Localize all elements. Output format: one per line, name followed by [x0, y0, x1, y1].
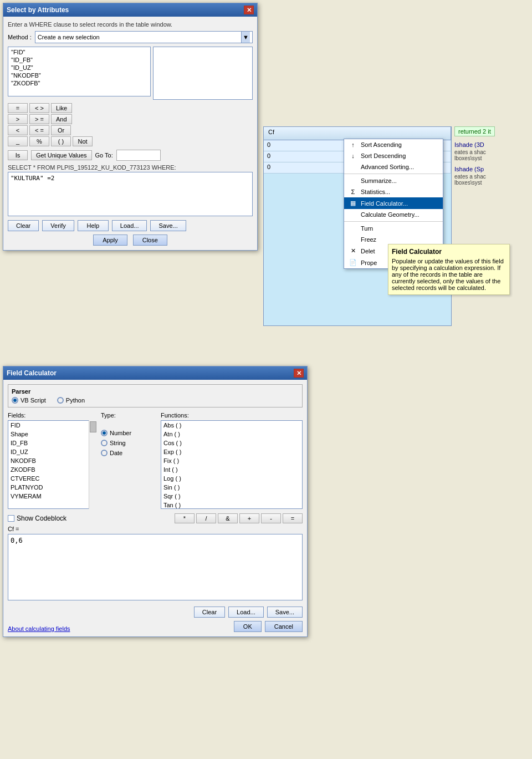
context-statistics[interactable]: Σ Statistics...: [344, 186, 443, 197]
sba-clear-button[interactable]: Clear: [8, 220, 39, 231]
parser-python-radio[interactable]: [57, 397, 64, 404]
func-cos[interactable]: Cos ( ): [161, 439, 302, 447]
context-advanced-sorting[interactable]: Advanced Sorting...: [344, 161, 443, 172]
context-field-calculator[interactable]: ▦ Field Calculator...: [344, 197, 443, 209]
fc-clear-button[interactable]: Clear: [194, 607, 225, 618]
fc-field-fid[interactable]: FID: [8, 421, 88, 430]
func-exp[interactable]: Exp ( ): [161, 447, 302, 456]
sba-apply-button[interactable]: Apply: [93, 235, 127, 246]
op-lte-button[interactable]: < =: [29, 125, 49, 135]
func-abs[interactable]: Abs ( ): [161, 421, 302, 430]
sba-method-dropdown[interactable]: Create a new selection ▼: [35, 31, 253, 43]
fc-functions-list[interactable]: Abs ( ) Atn ( ) Cos ( ) Exp ( ) Fix ( ) …: [161, 420, 303, 509]
func-atn[interactable]: Atn ( ): [161, 430, 302, 439]
fc-save-load-row: Clear Load... Save...: [194, 607, 303, 618]
fc-op-multiply[interactable]: *: [175, 513, 195, 523]
context-sort-descending[interactable]: ↓ Sort Descending: [344, 150, 443, 161]
sba-title: Select by Attributes: [7, 6, 69, 14]
fc-field-shape[interactable]: Shape: [8, 430, 88, 439]
type-number-option[interactable]: Number: [101, 430, 156, 436]
show-codeblock-checkbox[interactable]: [8, 515, 14, 522]
context-summarize[interactable]: Summarize...: [344, 175, 443, 186]
context-turn[interactable]: Turn: [344, 223, 443, 234]
op-eq-button[interactable]: =: [8, 103, 28, 113]
fc-field-zkodfb[interactable]: ZKODFB: [8, 465, 88, 474]
sba-method-arrow[interactable]: ▼: [241, 32, 250, 43]
type-number-radio[interactable]: [101, 430, 108, 436]
fields-scrollbar[interactable]: [89, 420, 96, 509]
op-ne-button[interactable]: < >: [29, 103, 49, 113]
op-gt-button[interactable]: >: [8, 114, 28, 124]
op-underscore-button[interactable]: _: [8, 136, 28, 146]
sba-save-button[interactable]: Save...: [150, 220, 186, 231]
fc-field-id-uz[interactable]: ID_UZ: [8, 447, 88, 456]
parser-vbscript-radio[interactable]: [12, 397, 18, 404]
sba-field-item[interactable]: "NKODFB": [9, 72, 149, 79]
fc-about-link[interactable]: About calculating fields: [8, 625, 70, 632]
fc-expression-textarea[interactable]: 0,6: [8, 534, 303, 600]
type-date-radio[interactable]: [101, 450, 108, 456]
fc-save-button[interactable]: Save...: [267, 607, 303, 618]
op-not-button[interactable]: Not: [73, 136, 93, 146]
right-label-2[interactable]: Ishade (Sp: [454, 166, 486, 172]
context-sort-ascending[interactable]: ↑ Sort Ascending: [344, 139, 443, 150]
func-tan[interactable]: Tan ( ): [161, 501, 302, 509]
func-int[interactable]: Int ( ): [161, 465, 302, 474]
fc-field-vymeram[interactable]: VYMERAM: [8, 492, 88, 501]
fc-load-button[interactable]: Load...: [228, 607, 264, 618]
sba-help-button[interactable]: Help: [78, 220, 109, 231]
fc-field-nkodfb[interactable]: NKODFB: [8, 456, 88, 465]
op-like-button[interactable]: Like: [51, 103, 72, 113]
parser-python-option[interactable]: Python: [57, 397, 85, 404]
op-parens-button[interactable]: ( ): [51, 136, 71, 146]
fc-field-ctverec[interactable]: CTVEREC: [8, 474, 88, 483]
sba-get-unique-button[interactable]: Get Unique Values: [31, 150, 92, 160]
fc-op-ampersand[interactable]: &: [218, 513, 238, 523]
sba-load-button[interactable]: Load...: [112, 220, 147, 231]
func-sin[interactable]: Sin ( ): [161, 483, 302, 492]
right-label-1[interactable]: Ishade (3D: [454, 141, 486, 148]
op-gte-button[interactable]: > =: [29, 114, 49, 124]
context-calculate-geometry[interactable]: Calculate Geometry...: [344, 209, 443, 220]
func-log[interactable]: Log ( ): [161, 474, 302, 483]
type-string-radio[interactable]: [101, 440, 108, 446]
sba-close-button[interactable]: ✕: [244, 6, 254, 14]
sba-close-action-button[interactable]: Close: [133, 235, 167, 246]
sba-goto-input[interactable]: [116, 150, 161, 161]
sba-field-item[interactable]: "FID": [9, 48, 149, 56]
sba-field-item[interactable]: "ID_FB": [9, 56, 149, 64]
sba-field-item[interactable]: "ZKODFB": [9, 79, 149, 87]
sba-verify-button[interactable]: Verify: [42, 220, 74, 231]
type-date-option[interactable]: Date: [101, 450, 156, 456]
fc-field-platnyod[interactable]: PLATNYOD: [8, 483, 88, 492]
func-sqr[interactable]: Sqr ( ): [161, 492, 302, 501]
context-delete-label: Delet: [361, 248, 375, 254]
fc-op-plus[interactable]: +: [239, 513, 259, 523]
fc-fields-list[interactable]: FID Shape ID_FB ID_UZ NKODFB ZKODFB CTVE…: [8, 420, 96, 509]
cf-column-header[interactable]: Cf: [264, 127, 451, 140]
type-string-option[interactable]: String: [101, 440, 156, 446]
fields-scrollbar-thumb[interactable]: [90, 421, 96, 432]
sba-expression-textarea[interactable]: "KULTURA" =2: [8, 172, 253, 216]
fc-op-equals[interactable]: =: [283, 513, 303, 523]
fc-op-minus[interactable]: -: [261, 513, 281, 523]
sba-fields-list[interactable]: "FID" "ID_FB" "ID_UZ" "NKODFB" "ZKODFB": [8, 47, 151, 96]
fc-ok-button[interactable]: OK: [234, 621, 262, 632]
sba-unique-values-panel[interactable]: [153, 47, 253, 100]
context-freeze[interactable]: Freez: [344, 234, 443, 245]
context-sort-ascending-label: Sort Ascending: [361, 141, 402, 148]
op-and-button[interactable]: And: [51, 114, 72, 124]
func-fix[interactable]: Fix ( ): [161, 456, 302, 465]
sba-field-item[interactable]: "ID_UZ": [9, 64, 149, 72]
fc-fields-section: Fields: FID Shape ID_FB ID_UZ NKODFB ZKO…: [8, 412, 96, 509]
fc-cancel-button[interactable]: Cancel: [265, 621, 303, 632]
op-or-button[interactable]: Or: [51, 125, 71, 135]
fc-close-button[interactable]: ✕: [294, 369, 304, 378]
op-lt-button[interactable]: <: [8, 125, 28, 135]
op-percent-button[interactable]: %: [29, 136, 49, 146]
fc-op-divide[interactable]: /: [196, 513, 216, 523]
context-calculate-geometry-label: Calculate Geometry...: [361, 211, 420, 218]
parser-vbscript-option[interactable]: VB Script: [12, 397, 46, 404]
fc-field-id-fb[interactable]: ID_FB: [8, 439, 88, 447]
sba-is-button[interactable]: Is: [8, 150, 28, 160]
